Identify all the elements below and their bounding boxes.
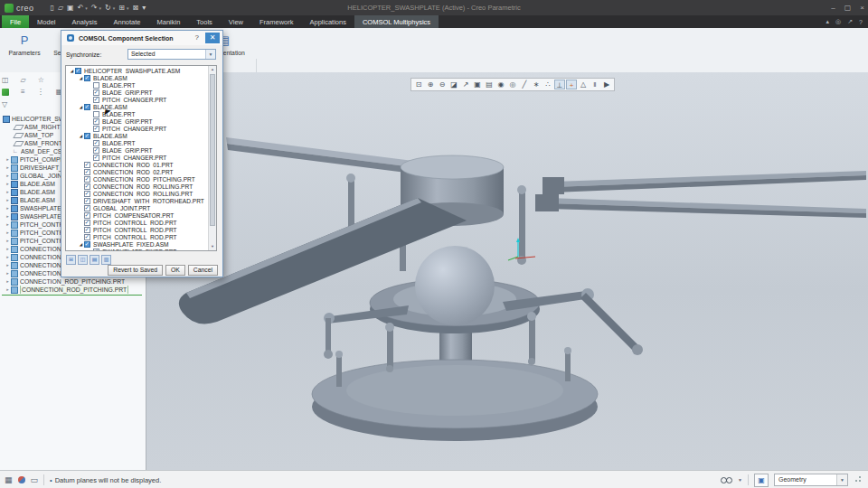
component-checkbox[interactable] [84, 227, 90, 233]
component-row[interactable]: PITCH_CONTROLL_ROD.PRT [67, 219, 209, 226]
component-row[interactable]: BLADE.PRT [67, 139, 209, 146]
model-tree-item[interactable]: ▸CONNECTION_ROD_PITCHING.PRT [0, 286, 146, 294]
tab-manikin[interactable]: Manikin [149, 15, 189, 28]
component-row[interactable]: ◢BLADE.ASM [67, 132, 209, 139]
open-icon[interactable]: ▱ [58, 4, 63, 13]
perspective-icon[interactable]: ◎ [507, 80, 518, 89]
component-row[interactable]: PITCH_CONTROLL_ROD.PRT [67, 233, 209, 240]
point-display-icon[interactable]: ∴ [542, 80, 553, 89]
tab-tools[interactable]: Tools [188, 15, 221, 28]
component-row[interactable]: BLADE.PRT [67, 81, 209, 89]
customize-toolbar-icon[interactable]: ▾ [142, 4, 146, 13]
component-checkbox[interactable] [93, 118, 99, 125]
window-display-icon[interactable]: ▦ [5, 475, 13, 484]
tree-columns-icon[interactable]: ▥ [101, 255, 111, 265]
refit-icon[interactable]: ⊡ [413, 80, 424, 89]
parameters-button[interactable]: P Parameters [2, 32, 47, 62]
component-row[interactable]: PITCH_CONTROLL_ROD.PRT [67, 226, 209, 233]
window-settings-dropdown-icon[interactable]: ▾ [127, 5, 129, 11]
continue-icon[interactable]: ▶ [601, 80, 612, 89]
component-checkbox[interactable] [84, 212, 90, 219]
component-checkbox[interactable] [93, 147, 99, 154]
component-checkbox[interactable] [84, 162, 90, 168]
ok-button[interactable]: OK [165, 265, 185, 276]
display-style-icon[interactable]: ▣ [472, 80, 483, 89]
expand-icon[interactable]: ▸ [5, 261, 11, 269]
find-icon[interactable]: ◎ [835, 18, 841, 25]
chevron-down-icon[interactable]: ▼ [836, 474, 847, 485]
component-checkbox[interactable] [84, 220, 90, 226]
tab-applications[interactable]: Applications [302, 15, 354, 28]
expander-icon[interactable]: ◢ [78, 105, 84, 109]
select-items-button[interactable]: ▣ [754, 474, 769, 487]
component-checkbox[interactable] [84, 191, 90, 197]
scroll-up-icon[interactable]: ▲ [209, 66, 216, 73]
component-checkbox[interactable] [93, 126, 99, 132]
component-checkbox[interactable] [84, 241, 90, 248]
dialog-close-button[interactable]: ✕ [205, 33, 220, 43]
tab-comsol-multiphysics[interactable]: COMSOL Multiphysics [354, 15, 439, 28]
expand-icon[interactable]: ▸ [5, 164, 11, 172]
component-checkbox[interactable] [93, 155, 99, 161]
component-row[interactable]: ◢BLADE.ASM [67, 103, 209, 110]
component-row[interactable]: PITCH_CHANGER.PRT [67, 125, 209, 132]
component-checkbox[interactable] [93, 89, 99, 96]
component-checkbox[interactable] [93, 249, 99, 252]
component-row[interactable]: DRIVESHAFT_WITH_ROTORHEAD.PRT [67, 197, 209, 204]
filter-dropdown[interactable]: Geometry ▼ [774, 474, 848, 486]
tab-analysis[interactable]: Analysis [64, 15, 106, 28]
scroll-down-icon[interactable]: ▼ [209, 243, 216, 250]
tab-model[interactable]: Model [29, 15, 63, 28]
zoom-out-icon[interactable]: ⊖ [437, 80, 448, 89]
undo-dropdown-icon[interactable]: ▾ [85, 5, 88, 11]
undo-icon[interactable]: ↶ [78, 4, 84, 13]
resize-icon[interactable]: ↗ [847, 18, 853, 25]
filter-icon[interactable]: ▽ [2, 100, 7, 108]
synchronize-dropdown[interactable]: Selected ▼ [127, 49, 216, 60]
revert-to-saved-button[interactable]: Revert to Saved [108, 265, 163, 276]
component-checkbox[interactable] [84, 75, 90, 81]
model-canvas[interactable] [146, 72, 868, 470]
redo-icon[interactable]: ↷ [91, 4, 98, 13]
graphics-area[interactable]: ⊡⊕⊖◪↗▣▤◉◎╱∗∴⊥+△‖▶ [146, 72, 868, 470]
component-row[interactable]: PITCH_COMPENSATOR.PRT [67, 211, 209, 219]
expander-icon[interactable]: ◢ [78, 134, 84, 138]
component-row[interactable]: CONNECTION_ROD_ROLLING.PRT [67, 183, 209, 190]
saved-orientations-icon[interactable]: ▤ [484, 80, 495, 89]
expand-icon[interactable]: ▸ [5, 277, 11, 286]
component-checkbox[interactable] [93, 140, 99, 146]
tab-file[interactable]: File [2, 15, 29, 28]
expand-icon[interactable]: ▸ [5, 188, 11, 196]
show-selected-icon[interactable]: ▤ [90, 255, 99, 265]
show-list-icon[interactable]: ≡ [21, 88, 25, 96]
component-checkbox[interactable] [84, 205, 90, 211]
resize-grip[interactable] [854, 476, 861, 483]
spin-center-icon[interactable]: + [566, 80, 577, 89]
model-tree-tab-icon[interactable]: ◫ [2, 76, 9, 84]
component-row[interactable]: CONNECTION_ROD_ROLLING.PRT [67, 190, 209, 197]
help-icon[interactable]: ? [859, 19, 863, 25]
component-row[interactable]: CONNECTION_ROD_01.PRT [67, 161, 209, 168]
redo-dropdown-icon[interactable]: ▾ [99, 5, 102, 11]
maximize-button[interactable]: ▢ [844, 4, 852, 12]
expand-icon[interactable]: ▸ [5, 286, 11, 294]
component-checkbox[interactable] [84, 133, 90, 139]
expand-icon[interactable]: ▸ [5, 204, 11, 212]
expand-icon[interactable]: ▸ [5, 155, 11, 164]
component-checkbox[interactable] [84, 234, 90, 240]
tab-view[interactable]: View [221, 15, 251, 28]
datum-axis-display-icon[interactable]: ∗ [531, 80, 542, 89]
minimize-button[interactable]: – [831, 4, 835, 12]
tree-scrollbar[interactable]: ▲ ▼ [208, 66, 216, 250]
component-checkbox[interactable] [93, 97, 99, 103]
box-select-icon[interactable]: ▭ [31, 475, 39, 484]
csys-display-icon[interactable]: ⊥ [554, 80, 565, 89]
model-tree-item[interactable]: ▸CONNECTION_ROD_PITCHING.PRT [0, 277, 146, 286]
component-row[interactable]: BLADE_GRIP.PRT [67, 146, 209, 154]
annotation-display-icon[interactable]: △ [578, 80, 589, 89]
component-row[interactable]: CONNECTION_ROD_02.PRT [67, 168, 209, 175]
component-row[interactable]: BLADE.PRT [67, 110, 209, 117]
component-row[interactable]: PITCH_CHANGER.PRT [67, 96, 209, 103]
component-checkbox[interactable] [93, 111, 99, 117]
save-icon[interactable]: ▣ [67, 4, 74, 13]
